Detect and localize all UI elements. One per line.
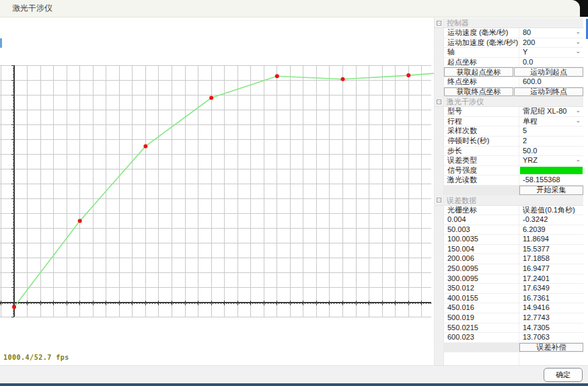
chevron-down-icon[interactable]: ⌄ <box>575 38 581 47</box>
panel-button[interactable]: 运动到起点 <box>514 67 583 77</box>
property-label: 步长 <box>444 147 519 156</box>
panel-button[interactable]: 开始采集 <box>519 186 583 195</box>
panel-button[interactable]: 误差补偿 <box>519 343 583 352</box>
panel-button[interactable]: 获取起点坐标 <box>444 67 513 77</box>
cell-grating-coord: 350.012 <box>444 284 519 293</box>
dropdown-field[interactable]: 雷尼绍 XL-80⌄ <box>519 107 583 116</box>
button-cell: 误差补偿 <box>519 343 583 352</box>
cell-grating-coord: 600.023 <box>444 333 519 342</box>
app-window: 激光干涉仪 1000.4/52.7 fps −控制器运动速度 (毫米/秒)80⌄… <box>0 0 588 386</box>
property-row: 运动速度 (毫米/秒)80⌄ <box>435 28 583 38</box>
data-point <box>406 73 410 77</box>
property-row: 250.009516.9477 <box>435 264 583 274</box>
dropdown-field[interactable]: 200⌄ <box>519 38 583 48</box>
section-title: 激光干涉仪 <box>444 97 484 106</box>
collapse-icon[interactable]: − <box>437 21 441 26</box>
property-panel: −控制器运动速度 (毫米/秒)80⌄运动加速度 (毫米/秒²)200⌄轴Y⌄起点… <box>434 17 588 365</box>
property-value[interactable]: -58.155368 <box>519 176 583 185</box>
property-grid: −控制器运动速度 (毫米/秒)80⌄运动加速度 (毫米/秒²)200⌄轴Y⌄起点… <box>435 18 583 368</box>
property-value[interactable]: 600.0 <box>519 77 583 87</box>
property-label: 停顿时长(秒) <box>444 137 519 146</box>
row-gutter <box>435 303 444 313</box>
section-header-2[interactable]: −误差数据 <box>435 196 583 206</box>
data-point <box>12 305 16 309</box>
chevron-down-icon[interactable]: ⌄ <box>575 28 581 37</box>
panel-button[interactable]: 运动到终点 <box>514 87 583 97</box>
row-gutter <box>435 107 444 116</box>
cell-error-value: 17.1858 <box>519 254 583 264</box>
data-point <box>341 77 345 81</box>
cell-error-value: 16.7361 <box>519 294 583 303</box>
button-cell: 获取终点坐标运动到终点 <box>444 87 583 97</box>
section-header-0[interactable]: −控制器 <box>435 18 583 28</box>
cell-grating-coord: 100.0035 <box>444 235 519 244</box>
left-accent-strip <box>0 38 2 48</box>
collapse-icon[interactable]: − <box>437 198 441 202</box>
section-header-1[interactable]: −激光干涉仪 <box>435 97 583 107</box>
cell-error-value: 15.5377 <box>519 245 583 254</box>
signal-strength-bar <box>520 167 583 175</box>
section-gutter: − <box>435 97 444 106</box>
signal-strength-cell <box>519 166 583 176</box>
cell-grating-coord: 400.0155 <box>444 294 519 303</box>
dropdown-field[interactable]: Y⌄ <box>519 48 583 57</box>
property-row: 光栅坐标误差值(0.1角秒) <box>435 206 583 216</box>
cell-error-value: 6.2039 <box>519 225 583 235</box>
cell-error-value: 12.7743 <box>519 313 583 323</box>
property-value[interactable]: 50.0 <box>519 147 583 156</box>
property-label: 采样次数 <box>444 126 519 136</box>
row-gutter <box>435 87 444 97</box>
property-label: 行程 <box>444 117 519 126</box>
section-gutter: − <box>435 18 444 28</box>
data-point <box>275 74 279 78</box>
row-gutter <box>435 137 444 146</box>
property-value[interactable]: 2 <box>519 137 583 146</box>
property-row: 600.02313.7063 <box>435 333 583 343</box>
row-gutter <box>435 235 444 244</box>
property-value[interactable]: 5 <box>519 126 583 136</box>
row-gutter <box>435 323 444 333</box>
chevron-down-icon[interactable]: ⌄ <box>575 117 581 126</box>
ok-button[interactable]: 确定 <box>544 368 583 382</box>
panel-button[interactable]: 获取终点坐标 <box>444 87 513 97</box>
property-row: 开始采集 <box>435 186 583 196</box>
property-row: 350.01217.6349 <box>435 284 583 294</box>
row-gutter <box>435 264 444 274</box>
row-gutter <box>435 117 444 126</box>
cell-error-value: 11.8694 <box>519 235 583 244</box>
property-row: 0.004-0.3242 <box>435 215 583 225</box>
cell-grating-coord: 500.019 <box>444 313 519 323</box>
property-row: 停顿时长(秒)2 <box>435 137 583 147</box>
row-gutter <box>435 77 444 87</box>
property-value[interactable]: 0.0 <box>519 58 583 67</box>
property-row: 50.0036.2039 <box>435 225 583 235</box>
chevron-down-icon[interactable]: ⌄ <box>575 48 581 56</box>
property-row: 200.00617.1858 <box>435 254 583 264</box>
title-bar[interactable]: 激光干涉仪 <box>0 0 580 17</box>
property-row: 150.00415.5377 <box>435 245 583 255</box>
property-row: 误差补偿 <box>435 343 583 353</box>
property-label: 终点坐标 <box>444 77 519 87</box>
dropdown-field[interactable]: 单程⌄ <box>519 117 583 126</box>
cell-grating-coord: 550.0215 <box>444 323 519 333</box>
error-line <box>14 70 434 307</box>
chevron-down-icon[interactable]: ⌄ <box>575 107 581 116</box>
property-row: 450.01614.9416 <box>435 303 583 313</box>
property-row: 信号强度 <box>435 166 583 176</box>
dropdown-field[interactable]: 80⌄ <box>519 28 583 38</box>
collapse-icon[interactable]: − <box>437 100 441 104</box>
property-label: 信号强度 <box>444 166 519 176</box>
property-value: 误差值(0.1角秒) <box>519 206 583 215</box>
chevron-down-icon[interactable]: ⌄ <box>575 156 581 165</box>
row-gutter <box>435 38 444 48</box>
bottom-bar: 确定 <box>0 365 588 384</box>
row-gutter <box>435 313 444 323</box>
property-label: 起点坐标 <box>444 58 519 67</box>
dropdown-field[interactable]: YRZ⌄ <box>519 156 583 165</box>
property-label: 误差类型 <box>444 156 519 165</box>
row-gutter <box>435 67 444 77</box>
property-row: 误差类型YRZ⌄ <box>435 156 583 166</box>
section-title: 误差数据 <box>444 196 476 205</box>
error-chart <box>0 17 434 365</box>
property-row: 终点坐标600.0 <box>435 77 583 87</box>
